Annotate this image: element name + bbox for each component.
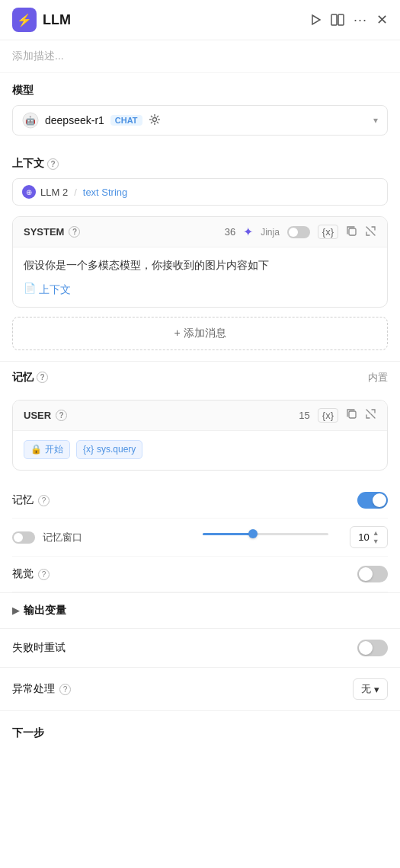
header-actions: ··· ✕ bbox=[309, 11, 388, 28]
model-section: 模型 bbox=[0, 73, 400, 97]
svg-rect-1 bbox=[331, 14, 337, 25]
jinja-toggle[interactable] bbox=[287, 226, 310, 238]
system-message-header-right: 36 ✦ Jinja {x} bbox=[225, 225, 376, 239]
model-section-label: 模型 bbox=[12, 84, 388, 97]
svg-line-13 bbox=[151, 121, 152, 123]
system-var-badge[interactable]: {x} bbox=[318, 225, 338, 239]
model-icon: 🤖 bbox=[22, 112, 39, 129]
svg-line-11 bbox=[156, 121, 158, 123]
memory-toggle[interactable] bbox=[357, 492, 388, 509]
built-in-badge: 内置 bbox=[368, 371, 388, 385]
lock-icon: 🔒 bbox=[30, 442, 42, 457]
exception-section: 异常处理 ? 无 ▾ bbox=[0, 667, 400, 710]
svg-text:🤖: 🤖 bbox=[25, 115, 36, 126]
next-section: 下一步 bbox=[0, 710, 400, 763]
retry-toggle[interactable] bbox=[357, 640, 388, 656]
exception-label: 异常处理 ? bbox=[12, 682, 71, 696]
vision-settings-row: 视觉 ? bbox=[12, 557, 388, 592]
context-box: ⊕ LLM 2 / text String bbox=[12, 178, 388, 206]
output-vars-chevron-icon: ▶ bbox=[12, 605, 19, 616]
retry-section: 失败时重试 bbox=[0, 628, 400, 667]
vision-help-icon[interactable]: ? bbox=[38, 569, 50, 580]
context-node-name: LLM 2 bbox=[40, 187, 68, 198]
user-var-badge[interactable]: {x} bbox=[318, 408, 338, 423]
expand-icon[interactable] bbox=[365, 225, 376, 239]
system-message-card: SYSTEM ? 36 ✦ Jinja {x} 假设你是一个多模态模型，你接收到… bbox=[12, 216, 388, 308]
var-icon: {x} bbox=[83, 442, 94, 457]
memory-settings-help-icon[interactable]: ? bbox=[38, 495, 50, 506]
stepper-arrows[interactable]: ▲ ▼ bbox=[373, 529, 379, 545]
model-select-left: 🤖 deepseek-r1 CHAT bbox=[22, 112, 161, 129]
vision-settings-label: 视觉 ? bbox=[12, 567, 50, 581]
user-message-type: USER ? bbox=[24, 410, 67, 421]
description-placeholder: 添加描述... bbox=[12, 49, 64, 62]
memory-top-label: 记忆 ? bbox=[12, 371, 48, 385]
exception-help-icon[interactable]: ? bbox=[59, 684, 71, 695]
chat-badge: CHAT bbox=[110, 115, 142, 126]
retry-label: 失败时重试 bbox=[12, 641, 66, 655]
user-copy-icon[interactable] bbox=[346, 408, 357, 422]
header: ⚡ LLM ··· ✕ bbox=[0, 0, 400, 40]
model-name: deepseek-r1 bbox=[45, 114, 104, 126]
user-char-count: 15 bbox=[299, 410, 309, 421]
jinja-label: Jinja bbox=[261, 227, 280, 238]
user-tag-sys-query[interactable]: {x} sys.query bbox=[76, 440, 142, 459]
next-label: 下一步 bbox=[12, 726, 44, 739]
user-message-header: USER ? 15 {x} bbox=[13, 400, 387, 431]
memory-settings-label: 记忆 ? bbox=[12, 493, 50, 507]
memory-window-value[interactable]: 10 ▲ ▼ bbox=[350, 526, 388, 548]
context-field-type: text String bbox=[83, 187, 128, 198]
svg-line-12 bbox=[156, 116, 158, 117]
settings-section: 记忆 ? 记忆窗口 10 ▲ ▼ 视觉 ? bbox=[0, 483, 400, 592]
output-vars-section: ▶ 输出变量 bbox=[0, 592, 400, 628]
svg-line-10 bbox=[151, 116, 152, 117]
model-settings-icon[interactable] bbox=[149, 113, 161, 128]
user-message-body: 🔒 开始 {x} sys.query bbox=[13, 431, 387, 470]
layout-icon[interactable] bbox=[331, 14, 344, 26]
copy-icon[interactable] bbox=[346, 225, 357, 239]
app-logo: ⚡ bbox=[12, 8, 37, 32]
context-separator: / bbox=[74, 187, 77, 198]
context-link[interactable]: 📄 上下文 bbox=[24, 281, 71, 298]
memory-settings-row: 记忆 ? bbox=[12, 483, 388, 519]
model-select-dropdown[interactable]: 🤖 deepseek-r1 CHAT ▾ bbox=[12, 105, 388, 136]
memory-window-slider[interactable] bbox=[197, 533, 335, 542]
context-link-icon: 📄 bbox=[24, 281, 36, 297]
system-char-count: 36 bbox=[225, 226, 235, 238]
system-message-text: 假设你是一个多模态模型，你接收到的图片内容如下 bbox=[24, 257, 376, 273]
context-node-icon: ⊕ bbox=[22, 185, 36, 199]
svg-point-5 bbox=[152, 117, 156, 121]
user-message-card: USER ? 15 {x} 🔒 开始 {x} s bbox=[12, 400, 388, 471]
system-message-type: SYSTEM ? bbox=[24, 226, 80, 238]
add-message-button[interactable]: + 添加消息 bbox=[12, 317, 388, 350]
memory-window-toggle[interactable] bbox=[12, 531, 35, 544]
system-message-header: SYSTEM ? 36 ✦ Jinja {x} bbox=[13, 217, 387, 247]
context-section: 上下文 ? ⊕ LLM 2 / text String bbox=[0, 157, 400, 216]
user-expand-icon[interactable] bbox=[365, 408, 376, 422]
svg-rect-14 bbox=[349, 228, 356, 235]
more-icon[interactable]: ··· bbox=[354, 12, 367, 28]
chevron-down-icon: ▾ bbox=[373, 115, 378, 126]
svg-marker-0 bbox=[312, 15, 320, 24]
svg-rect-15 bbox=[349, 411, 356, 418]
svg-rect-2 bbox=[338, 14, 344, 25]
user-help-icon[interactable]: ? bbox=[56, 410, 67, 421]
system-message-body[interactable]: 假设你是一个多模态模型，你接收到的图片内容如下 📄 上下文 bbox=[13, 247, 387, 307]
play-icon[interactable] bbox=[309, 14, 322, 26]
context-help-icon[interactable]: ? bbox=[47, 158, 59, 170]
memory-window-label: 记忆窗口 bbox=[43, 531, 181, 544]
user-tag-start[interactable]: 🔒 开始 bbox=[24, 440, 70, 459]
exception-chevron-icon: ▾ bbox=[374, 684, 379, 695]
sparkle-icon[interactable]: ✦ bbox=[243, 225, 253, 239]
description-area[interactable]: 添加描述... bbox=[0, 40, 400, 73]
system-help-icon[interactable]: ? bbox=[69, 226, 80, 238]
memory-top-section: 记忆 ? 内置 bbox=[0, 361, 400, 394]
memory-help-icon[interactable]: ? bbox=[37, 372, 48, 383]
logo-icon: ⚡ bbox=[17, 13, 32, 27]
output-vars-header[interactable]: ▶ 输出变量 bbox=[12, 604, 388, 617]
vision-toggle[interactable] bbox=[357, 566, 388, 582]
memory-window-row: 记忆窗口 10 ▲ ▼ bbox=[12, 519, 388, 557]
exception-select[interactable]: 无 ▾ bbox=[353, 678, 388, 700]
close-icon[interactable]: ✕ bbox=[376, 11, 388, 28]
user-message-header-right: 15 {x} bbox=[299, 408, 376, 423]
